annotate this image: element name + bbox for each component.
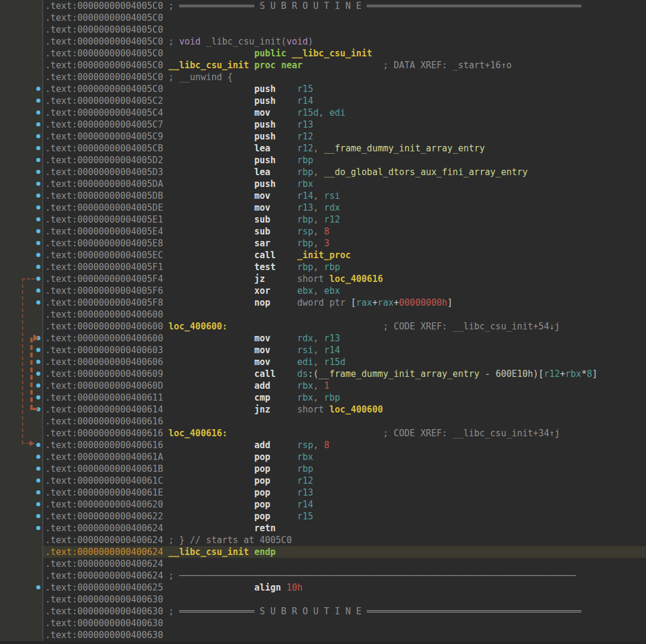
instruction-dot-icon[interactable] [36,585,40,589]
instruction-dot-icon[interactable] [36,348,40,352]
code-line[interactable]: .text:00000000004005C0 [43,12,646,24]
instruction-dot-icon[interactable] [36,182,40,186]
instruction-dot-icon[interactable] [36,193,40,198]
code-line[interactable]: .text:0000000000400616 [43,415,646,427]
code-line[interactable]: .text:00000000004005E1 sub rbp, r12 [43,214,646,226]
instruction-dot-icon[interactable] [36,229,40,233]
code-line[interactable]: .text:00000000004005D2 push rbp [43,154,646,166]
code-line[interactable]: .text:0000000000400624 [43,558,646,570]
code-line[interactable]: .text:0000000000400616 add rsp, 8 [43,439,646,451]
code-line[interactable]: .text:00000000004005C0 push r15 [43,83,646,95]
code-area[interactable]: .text:00000000004005C0 ; ══════════════ … [43,0,646,641]
code-line[interactable]: .text:0000000000400630 ; ══════════════ … [43,605,646,617]
code-token: + [560,369,565,379]
instruction-dot-icon[interactable] [36,253,40,257]
code-token: rax [378,297,394,308]
instruction-dot-icon[interactable] [36,300,40,304]
code-line[interactable]: .text:00000000004005EC call _init_proc [43,249,646,261]
code-token [169,452,255,462]
code-line[interactable]: .text:00000000004005DB mov r14, rsi [43,190,646,202]
code-line[interactable]: .text:00000000004005C2 push r14 [43,95,646,107]
code-line[interactable]: .text:0000000000400609 call ds:(__frame_… [43,368,646,380]
instruction-dot-icon[interactable] [36,146,40,150]
address-label: .text:00000000004005F4 [45,274,169,284]
code-line[interactable]: .text:0000000000400622 pop r15 [43,510,646,522]
instruction-dot-icon[interactable] [36,360,40,364]
instruction-dot-icon[interactable] [36,514,40,518]
code-line[interactable]: .text:0000000000400614 jnz short loc_400… [43,404,646,415]
code-token: cmp [254,392,297,403]
instruction-dot-icon[interactable] [36,170,40,174]
code-line[interactable]: .text:00000000004005C0 public __libc_csu… [43,47,646,59]
code-line[interactable]: .text:0000000000400624 ; } // starts at … [43,534,646,546]
code-line[interactable]: .text:00000000004005E4 sub rsp, 8 [43,226,646,237]
code-line[interactable]: .text:000000000040061E pop r13 [43,487,646,499]
code-line[interactable]: .text:0000000000400620 pop r14 [43,499,646,510]
address-label: .text:0000000000400611 [45,392,169,403]
code-line[interactable]: .text:00000000004005C0 ; void _libc_csu_… [43,36,646,47]
code-line[interactable]: .text:00000000004005F1 test rbp, rbp [43,261,646,273]
code-line[interactable]: .text:00000000004005C0 __libc_csu_init p… [43,59,646,71]
instruction-dot-icon[interactable] [36,158,40,162]
code-line[interactable]: .text:00000000004005C0 [43,24,646,36]
code-line[interactable]: .text:0000000000400600 loc_400600: ; COD… [43,321,646,332]
code-line[interactable]: .text:00000000004005F6 xor ebx, ebx [43,285,646,297]
code-line[interactable]: .text:0000000000400624 retn [43,522,646,534]
code-line[interactable]: .text:0000000000400616 loc_400616: ; COD… [43,427,646,439]
code-line-current[interactable]: .text:0000000000400624 __libc_csu_init e… [43,546,646,558]
code-line[interactable]: .text:00000000004005C4 mov r15d, edi [43,107,646,119]
instruction-dot-icon[interactable] [36,205,40,210]
code-token: , [314,440,324,451]
code-line[interactable]: .text:000000000040060D add rbx, 1 [43,380,646,392]
code-line[interactable]: .text:000000000040061A pop rbx [43,451,646,463]
instruction-dot-icon[interactable] [36,87,40,91]
code-line[interactable]: .text:0000000000400600 [43,309,646,321]
code-line[interactable]: .text:00000000004005DE mov r13, rdx [43,202,646,214]
code-line[interactable]: .text:00000000004005F4 jz short loc_4006… [43,273,646,285]
code-line[interactable]: .text:0000000000400624 ; ───────────────… [43,570,646,582]
instruction-dot-icon[interactable] [36,241,40,245]
code-line[interactable]: .text:0000000000400600 mov rdx, r13 [43,332,646,344]
code-line[interactable]: .text:0000000000400603 mov rsi, r14 [43,344,646,356]
code-line[interactable]: .text:00000000004005C0 ; ══════════════ … [43,0,646,12]
code-line[interactable]: .text:00000000004005F8 nop dword ptr [ra… [43,297,646,309]
code-token: mov [254,357,297,367]
instruction-dot-icon[interactable] [36,122,40,126]
address-label: .text:00000000004005E1 [45,214,169,225]
instruction-dot-icon[interactable] [36,455,40,459]
code-line[interactable]: .text:0000000000400606 mov edi, r15d [43,356,646,368]
instruction-dot-icon[interactable] [36,467,40,471]
code-line[interactable]: .text:00000000004005C9 push r12 [43,131,646,142]
code-token [169,84,255,94]
code-token: near [281,60,302,71]
instruction-dot-icon[interactable] [36,383,40,388]
instruction-dot-icon[interactable] [36,526,40,530]
instruction-dot-icon[interactable] [36,265,40,269]
code-line[interactable]: .text:00000000004005C0 ; __unwind { [43,71,646,83]
instruction-dot-icon[interactable] [36,490,40,494]
code-line[interactable]: .text:0000000000400625 align 10h [43,582,646,594]
code-line[interactable]: .text:0000000000400630 [43,617,646,629]
code-line[interactable]: .text:0000000000400630 [43,594,646,605]
code-line[interactable]: .text:0000000000400611 cmp rbx, rbp [43,392,646,404]
instruction-dot-icon[interactable] [36,99,40,103]
instruction-dot-icon[interactable] [36,217,40,221]
code-line[interactable]: .text:00000000004005DA push rbx [43,178,646,190]
code-line[interactable]: .text:000000000040061C pop r12 [43,475,646,487]
instruction-dot-icon[interactable] [36,478,40,483]
instruction-dot-icon[interactable] [36,134,40,138]
instruction-dot-icon[interactable] [36,502,40,506]
instruction-dot-icon[interactable] [36,443,40,447]
code-line[interactable]: .text:00000000004005E8 sar rbp, 3 [43,237,646,249]
code-line[interactable]: .text:00000000004005D3 lea rbp, __do_glo… [43,166,646,178]
instruction-dot-icon[interactable] [36,277,40,281]
code-line[interactable]: .text:000000000040061B pop rbp [43,463,646,475]
code-token: mov [254,202,297,213]
code-line[interactable]: .text:0000000000400630 [43,629,646,641]
instruction-dot-icon[interactable] [36,110,40,115]
code-line[interactable]: .text:00000000004005CB lea r12, __frame_… [43,142,646,154]
instruction-dot-icon[interactable] [36,288,40,293]
instruction-dot-icon[interactable] [36,372,40,376]
code-line[interactable]: .text:00000000004005C7 push r13 [43,119,646,131]
instruction-dot-icon[interactable] [36,395,40,399]
